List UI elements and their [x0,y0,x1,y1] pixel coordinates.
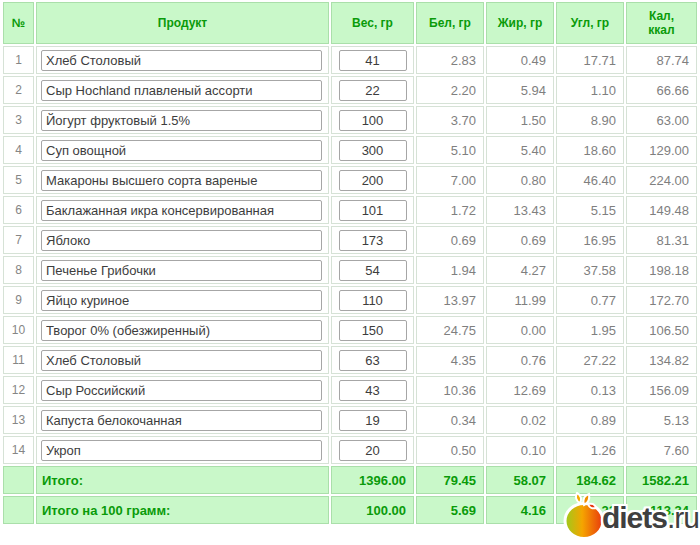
fat-cell: 13.43 [486,196,554,224]
protein-cell: 1.72 [416,196,484,224]
kcal-cell: 7.60 [626,436,697,464]
kcal-cell: 87.74 [626,46,697,74]
row-number: 14 [3,436,34,464]
weight-input[interactable] [339,380,407,401]
weight-input[interactable] [339,50,407,71]
carbs-cell: 0.89 [556,406,624,434]
protein-cell: 10.36 [416,376,484,404]
row-number: 3 [3,106,34,134]
table-row: 5 7.00 0.80 46.40 224.00 [3,166,697,194]
weight-input[interactable] [339,260,407,281]
table-row: 4 5.10 5.40 18.60 129.00 [3,136,697,164]
table-row: 6 1.72 13.43 5.15 149.48 [3,196,697,224]
product-name-input[interactable] [41,320,322,341]
weight-input[interactable] [339,350,407,371]
carbs-cell: 16.95 [556,226,624,254]
totals-per-100-kcal: 113.34 [626,496,697,524]
totals-per-100-label: Итого на 100 грамм: [36,496,329,524]
product-name-input[interactable] [41,290,322,311]
carbs-cell: 17.71 [556,46,624,74]
fat-cell: 0.02 [486,406,554,434]
kcal-cell: 156.09 [626,376,697,404]
row-number: 4 [3,136,34,164]
product-name-input[interactable] [41,50,322,71]
protein-cell: 1.94 [416,256,484,284]
protein-cell: 2.83 [416,46,484,74]
col-header-protein: Бел, гр [416,2,484,44]
carbs-cell: 8.90 [556,106,624,134]
totals-kcal: 1582.21 [626,466,697,494]
protein-cell: 24.75 [416,316,484,344]
kcal-cell: 198.18 [626,256,697,284]
row-number: 13 [3,406,34,434]
totals-per-100-row: Итого на 100 грамм: 100.00 5.69 4.16 13.… [3,496,697,524]
totals-fat: 58.07 [486,466,554,494]
totals-per-100-carbs: 13.22 [556,496,624,524]
weight-input[interactable] [339,110,407,131]
row-number: 8 [3,256,34,284]
fat-cell: 12.69 [486,376,554,404]
kcal-cell: 134.82 [626,346,697,374]
fat-cell: 0.10 [486,436,554,464]
fat-cell: 1.50 [486,106,554,134]
nutrition-table: № Продукт Вес, гр Бел, гр Жир, гр Угл, г… [1,0,699,526]
carbs-cell: 0.77 [556,286,624,314]
product-name-input[interactable] [41,380,322,401]
totals-protein: 79.45 [416,466,484,494]
row-number: 10 [3,316,34,344]
weight-input[interactable] [339,170,407,191]
table-row: 7 0.69 0.69 16.95 81.31 [3,226,697,254]
col-header-weight: Вес, гр [331,2,414,44]
kcal-cell: 81.31 [626,226,697,254]
table-row: 11 4.35 0.76 27.22 134.82 [3,346,697,374]
product-name-input[interactable] [41,410,322,431]
protein-cell: 5.10 [416,136,484,164]
weight-input[interactable] [339,320,407,341]
weight-input[interactable] [339,80,407,101]
kcal-cell: 172.70 [626,286,697,314]
totals-per-100-empty-cell [3,496,34,524]
fat-cell: 4.27 [486,256,554,284]
totals-carbs: 184.62 [556,466,624,494]
weight-input[interactable] [339,290,407,311]
weight-input[interactable] [339,410,407,431]
totals-empty-cell [3,466,34,494]
kcal-cell: 66.66 [626,76,697,104]
product-name-input[interactable] [41,440,322,461]
col-header-num: № [3,2,34,44]
fat-cell: 0.80 [486,166,554,194]
weight-input[interactable] [339,440,407,461]
product-name-input[interactable] [41,80,322,101]
weight-input[interactable] [339,140,407,161]
table-row: 3 3.70 1.50 8.90 63.00 [3,106,697,134]
product-name-input[interactable] [41,260,322,281]
protein-cell: 4.35 [416,346,484,374]
kcal-cell: 224.00 [626,166,697,194]
row-number: 9 [3,286,34,314]
protein-cell: 7.00 [416,166,484,194]
carbs-cell: 0.13 [556,376,624,404]
kcal-cell: 63.00 [626,106,697,134]
product-name-input[interactable] [41,170,322,191]
weight-input[interactable] [339,230,407,251]
totals-label: Итого: [36,466,329,494]
product-name-input[interactable] [41,110,322,131]
carbs-cell: 1.26 [556,436,624,464]
product-name-input[interactable] [41,200,322,221]
protein-cell: 3.70 [416,106,484,134]
fat-cell: 0.69 [486,226,554,254]
totals-per-100-fat: 4.16 [486,496,554,524]
table-row: 10 24.75 0.00 1.95 106.50 [3,316,697,344]
protein-cell: 2.20 [416,76,484,104]
product-name-input[interactable] [41,230,322,251]
fat-cell: 0.49 [486,46,554,74]
kcal-cell: 106.50 [626,316,697,344]
table-row: 8 1.94 4.27 37.58 198.18 [3,256,697,284]
row-number: 7 [3,226,34,254]
product-name-input[interactable] [41,140,322,161]
row-number: 6 [3,196,34,224]
weight-input[interactable] [339,200,407,221]
totals-per-100-protein: 5.69 [416,496,484,524]
product-name-input[interactable] [41,350,322,371]
row-number: 5 [3,166,34,194]
